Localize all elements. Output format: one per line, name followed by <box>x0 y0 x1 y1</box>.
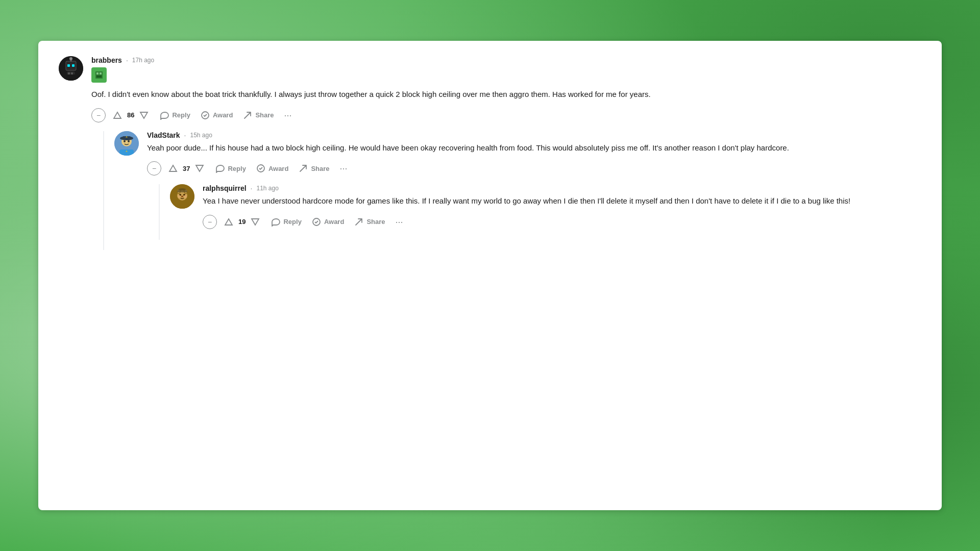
award-btn-ralph[interactable]: Award <box>308 214 349 230</box>
reply-btn-brabbers[interactable]: Reply <box>156 108 194 123</box>
svg-point-22 <box>128 140 130 142</box>
svg-rect-7 <box>68 72 70 74</box>
svg-point-35 <box>184 195 187 198</box>
more-btn-vladstark[interactable]: ··· <box>336 162 352 175</box>
more-btn-brabbers[interactable]: ··· <box>280 109 296 122</box>
comment-header-ralph: ralphsquirrel · 11h ago <box>203 184 921 192</box>
svg-rect-13 <box>100 72 102 74</box>
svg-rect-14 <box>96 76 102 78</box>
action-row-brabbers: − 86 Reply <box>91 108 921 123</box>
award-btn-vladstark[interactable]: Award <box>252 161 293 176</box>
comment-brabbers: brabbers · 17h ago Oof. I didn't even kn… <box>59 56 921 250</box>
minecraft-badge <box>91 67 107 83</box>
avatar-ralphsquirrel <box>170 184 194 209</box>
downvote-btn-ralph[interactable] <box>249 215 262 229</box>
comment-ralphsquirrel: ralphsquirrel · 11h ago Yea I have never… <box>170 184 921 230</box>
collapse-btn-ralph[interactable]: − <box>203 215 217 229</box>
comment-vladstark: VladStark · 15h ago Yeah poor dude... If… <box>114 131 921 240</box>
upvote-btn-ralph[interactable] <box>222 215 235 229</box>
comment-text-ralph: Yea I have never understood hardcore mod… <box>203 195 921 207</box>
timestamp-vladstark: 15h ago <box>190 132 212 139</box>
badge-row-brabbers <box>91 67 921 85</box>
card-content: brabbers · 17h ago Oof. I didn't even kn… <box>38 41 942 510</box>
vote-section-ralph: 19 <box>222 215 262 229</box>
svg-rect-9 <box>64 74 78 81</box>
nested-thread-vladstark: VladStark · 15h ago Yeah poor dude... If… <box>91 131 921 250</box>
comment-body-ralph: ralphsquirrel · 11h ago Yea I have never… <box>203 184 921 230</box>
comment-body-brabbers: brabbers · 17h ago Oof. I didn't even kn… <box>91 56 921 250</box>
comment-header-brabbers: brabbers · 17h ago <box>91 56 921 64</box>
svg-rect-3 <box>72 64 75 67</box>
vote-count-ralph: 19 <box>238 218 246 226</box>
comment-text-brabbers: Oof. I didn't even know about the boat t… <box>91 89 921 101</box>
comment-body-vladstark: VladStark · 15h ago Yeah poor dude... If… <box>147 131 921 240</box>
reply-btn-vladstark[interactable]: Reply <box>211 161 250 176</box>
award-btn-brabbers[interactable]: Award <box>197 108 237 123</box>
more-btn-ralph[interactable]: ··· <box>391 215 407 229</box>
action-row-ralph: − 19 <box>203 214 921 230</box>
share-btn-ralph[interactable]: Share <box>350 214 389 230</box>
username-ralph: ralphsquirrel <box>203 184 247 192</box>
downvote-btn-brabbers[interactable] <box>137 109 151 122</box>
vote-section-brabbers: 86 <box>111 109 151 122</box>
collapse-btn-vladstark[interactable]: − <box>147 161 161 176</box>
svg-point-36 <box>181 196 183 197</box>
comment-header-vladstark: VladStark · 15h ago <box>147 131 921 139</box>
vote-count-brabbers: 86 <box>127 111 134 119</box>
svg-point-21 <box>124 140 126 142</box>
avatar-vladstark <box>114 131 139 156</box>
svg-point-5 <box>69 57 72 60</box>
svg-rect-23 <box>119 149 134 156</box>
svg-rect-37 <box>175 203 189 209</box>
vote-count-vladstark: 37 <box>183 165 190 172</box>
collapse-btn-brabbers[interactable]: − <box>91 108 106 122</box>
username-brabbers: brabbers <box>91 56 122 64</box>
comment-card: brabbers · 17h ago Oof. I didn't even kn… <box>38 41 942 510</box>
action-row-vladstark: − 37 <box>147 161 921 176</box>
vote-section-vladstark: 37 <box>166 162 206 175</box>
timestamp-ralph: 11h ago <box>256 185 278 192</box>
timestamp-brabbers: 17h ago <box>132 57 154 64</box>
nested-inner-ralph: ralphsquirrel · 11h ago Yea I have never… <box>160 184 921 240</box>
upvote-btn-vladstark[interactable] <box>166 162 180 175</box>
svg-rect-8 <box>71 72 73 74</box>
share-btn-brabbers[interactable]: Share <box>239 108 278 123</box>
avatar-brabbers <box>59 56 83 81</box>
upvote-btn-brabbers[interactable] <box>111 109 124 122</box>
username-vladstark: VladStark <box>147 131 180 139</box>
share-btn-vladstark[interactable]: Share <box>295 161 333 176</box>
reply-btn-ralph[interactable]: Reply <box>267 214 305 230</box>
nested-inner-vladstark: VladStark · 15h ago Yeah poor dude... If… <box>104 131 921 250</box>
svg-point-34 <box>178 195 181 198</box>
nested-thread-ralph: ralphsquirrel · 11h ago Yea I have never… <box>147 184 921 240</box>
comment-text-vladstark: Yeah poor dude... If his house had a two… <box>147 142 921 154</box>
downvote-btn-vladstark[interactable] <box>193 162 206 175</box>
svg-rect-2 <box>67 64 70 67</box>
svg-rect-12 <box>96 72 99 74</box>
